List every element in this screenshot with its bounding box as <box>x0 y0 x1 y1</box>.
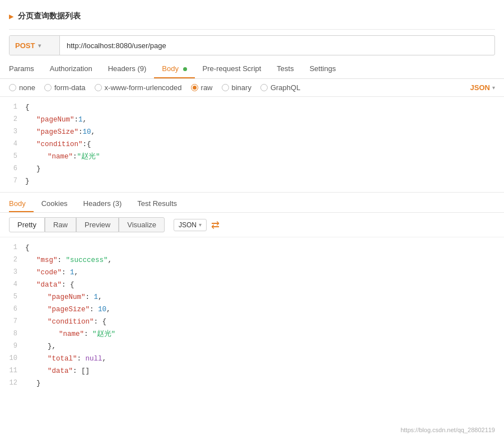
radio-graphql[interactable]: GraphQL <box>260 83 300 92</box>
response-tab-testresults[interactable]: Test Results <box>129 196 185 212</box>
resp-line-2: 2 "msg": "succcess", <box>0 254 504 266</box>
response-tab-body[interactable]: Body <box>9 196 34 212</box>
tab-params[interactable]: Params <box>9 60 42 78</box>
format-tab-preview[interactable]: Preview <box>76 217 119 232</box>
tab-authorization[interactable]: Authorization <box>42 60 100 78</box>
response-format-label: JSON <box>179 221 197 229</box>
resp-line-3: 3 "code": 1, <box>0 266 504 279</box>
radio-circle-none <box>9 84 16 91</box>
radio-circle-raw <box>191 84 198 91</box>
req-line-2: 2 "pageNum":1, <box>0 114 504 126</box>
url-bar: POST ▾ <box>9 35 495 55</box>
radio-raw[interactable]: raw <box>191 83 213 92</box>
response-format-arrow: ▾ <box>199 222 202 228</box>
body-type-row: none form-data x-www-form-urlencoded raw… <box>0 79 504 97</box>
page-title: 分页查询数据列表 <box>18 11 81 21</box>
tab-tests[interactable]: Tests <box>269 60 301 78</box>
json-format-select[interactable]: JSON ▾ <box>470 83 495 92</box>
resp-line-11: 11 "data": [] <box>0 365 504 377</box>
method-select[interactable]: POST ▾ <box>10 36 60 55</box>
tab-body[interactable]: Body <box>154 60 194 78</box>
resp-line-4: 4 "data": { <box>0 279 504 291</box>
response-tab-headers[interactable]: Headers (3) <box>76 196 130 212</box>
radio-circle-form-data <box>44 84 52 91</box>
tab-headers[interactable]: Headers (9) <box>100 60 155 78</box>
radio-binary[interactable]: binary <box>222 83 251 92</box>
radio-form-data[interactable]: form-data <box>44 83 86 92</box>
resp-line-9: 9 }, <box>0 340 504 353</box>
response-tab-cookies[interactable]: Cookies <box>34 196 76 212</box>
request-body-editor[interactable]: 1 { 2 "pageNum":1, 3 "pageSize":10, 4 "c… <box>0 97 504 193</box>
radio-none[interactable]: none <box>9 83 35 92</box>
resp-line-7: 7 "condition": { <box>0 316 504 328</box>
format-tab-visualize[interactable]: Visualize <box>119 217 165 232</box>
response-tabs: Body Cookies Headers (3) Test Results <box>0 193 504 213</box>
req-line-3: 3 "pageSize":10, <box>0 126 504 138</box>
req-line-1: 1 { <box>0 101 504 114</box>
response-body-editor: 1 { 2 "msg": "succcess", 3 "code": 1, 4 … <box>0 237 504 394</box>
req-line-5: 5 "name":"赵光" <box>0 151 504 163</box>
json-format-arrow: ▾ <box>492 85 495 91</box>
req-line-6: 6 } <box>0 163 504 175</box>
format-tab-raw[interactable]: Raw <box>45 217 76 232</box>
resp-line-12: 12 } <box>0 377 504 390</box>
json-format-label: JSON <box>470 83 490 92</box>
tab-settings[interactable]: Settings <box>302 60 344 78</box>
radio-x-www[interactable]: x-www-form-urlencoded <box>95 83 182 92</box>
req-line-7: 7 } <box>0 175 504 188</box>
url-input[interactable] <box>60 41 494 50</box>
wrap-icon[interactable]: ⇄ <box>211 219 220 231</box>
resp-line-6: 6 "pageSize": 10, <box>0 303 504 316</box>
tab-prerequest[interactable]: Pre-request Script <box>195 60 269 78</box>
method-label: POST <box>15 41 35 50</box>
resp-line-8: 8 "name": "赵光" <box>0 328 504 340</box>
radio-circle-binary <box>222 84 229 91</box>
response-format-select[interactable]: JSON ▾ <box>174 219 207 231</box>
format-tabs: Pretty Raw Preview Visualize <box>9 217 165 232</box>
resp-line-1: 1 { <box>0 242 504 254</box>
resp-line-10: 10 "total": null, <box>0 353 504 365</box>
method-dropdown-arrow: ▾ <box>38 43 41 49</box>
req-line-4: 4 "condition":{ <box>0 138 504 151</box>
resp-line-5: 5 "pageNum": 1, <box>0 291 504 303</box>
format-tab-pretty[interactable]: Pretty <box>9 217 45 232</box>
chevron-right-icon: ▶ <box>9 13 13 20</box>
radio-circle-graphql <box>260 84 268 91</box>
radio-circle-x-www <box>95 84 102 91</box>
request-tabs: Params Authorization Headers (9) Body Pr… <box>9 60 495 78</box>
response-format-row: Pretty Raw Preview Visualize JSON ▾ ⇄ <box>0 213 504 237</box>
body-active-dot <box>183 67 187 71</box>
